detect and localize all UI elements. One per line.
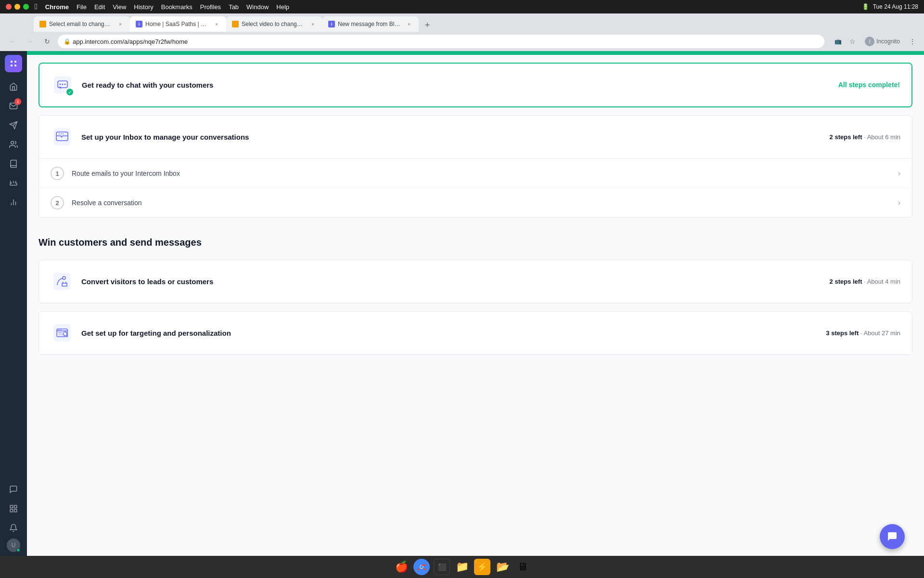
tab-2[interactable]: i Home | SaaS Paths | Intercom × bbox=[130, 16, 226, 32]
tab-3[interactable]: Select video to change | Djang... × bbox=[226, 16, 322, 32]
inbox-icon bbox=[9, 179, 18, 187]
online-indicator bbox=[16, 548, 20, 552]
sidebar-item-notifications[interactable] bbox=[5, 519, 22, 537]
tab-1-close[interactable]: × bbox=[116, 20, 124, 28]
menu-window[interactable]: Window bbox=[246, 3, 269, 11]
inbox-card-title: Set up your Inbox to manage your convers… bbox=[81, 133, 822, 141]
sidebar-item-home[interactable] bbox=[5, 78, 22, 95]
sidebar-item-outbound[interactable] bbox=[5, 117, 22, 134]
traffic-lights[interactable] bbox=[6, 4, 29, 10]
dock-chrome[interactable] bbox=[413, 559, 430, 575]
macos-menubar:  Chrome File Edit View History Bookmark… bbox=[0, 0, 924, 13]
dock-display[interactable]: 🖥 bbox=[514, 559, 531, 575]
sidebar-item-reports[interactable] bbox=[5, 194, 22, 211]
reports-icon bbox=[9, 198, 18, 207]
svg-rect-8 bbox=[10, 505, 13, 508]
dock-folder[interactable]: 📂 bbox=[494, 559, 511, 575]
tab-4[interactable]: i New message from Blue Helic... × bbox=[322, 16, 419, 32]
svg-point-21 bbox=[63, 133, 64, 134]
sidebar-item-knowledge[interactable] bbox=[5, 155, 22, 172]
sidebar-item-inbox[interactable] bbox=[5, 174, 22, 192]
notifications-icon bbox=[9, 524, 18, 532]
targeting-card-icon bbox=[51, 321, 74, 344]
menu-help[interactable]: Help bbox=[276, 3, 289, 11]
sidebar-item-messages[interactable]: 1 bbox=[5, 97, 22, 115]
menu-tab[interactable]: Tab bbox=[229, 3, 239, 11]
profile-icon[interactable]: I Incognito bbox=[861, 36, 904, 47]
url-bar[interactable]: 🔒 app.intercom.com/a/apps/nqe7r2fw/home bbox=[58, 35, 824, 48]
menu-profiles[interactable]: Profiles bbox=[200, 3, 221, 11]
svg-point-28 bbox=[59, 329, 60, 330]
tab-1[interactable]: Select email to change | Djang... × bbox=[34, 16, 130, 32]
svg-point-36 bbox=[420, 565, 423, 568]
sidebar-item-apps[interactable] bbox=[5, 500, 22, 517]
inbox-step-1[interactable]: 1 Route emails to your Intercom Inbox › bbox=[39, 158, 912, 188]
tab-3-title: Select video to change | Djang... bbox=[242, 21, 304, 27]
section-heading: Win customers and send messages bbox=[27, 225, 924, 252]
dock-files[interactable]: 📁 bbox=[454, 559, 470, 575]
menu-bookmarks[interactable]: Bookmarks bbox=[161, 3, 192, 11]
user-avatar[interactable]: U bbox=[7, 539, 20, 552]
tab-4-favicon: i bbox=[328, 21, 335, 27]
menu-history[interactable]: History bbox=[134, 3, 153, 11]
apple-icon[interactable]:  bbox=[35, 2, 38, 11]
menu-view[interactable]: View bbox=[113, 3, 126, 11]
minimize-button[interactable] bbox=[14, 4, 20, 10]
convert-visitors-icon bbox=[53, 273, 71, 290]
chat-fab-icon bbox=[886, 531, 898, 542]
completed-check-badge: ✓ bbox=[65, 88, 74, 96]
menu-bar: Chrome File Edit View History Bookmarks … bbox=[45, 3, 289, 11]
step-2-arrow: › bbox=[898, 198, 900, 207]
sidebar-logo[interactable] bbox=[5, 55, 22, 72]
targeting-personalization-icon bbox=[53, 324, 71, 342]
forward-button[interactable]: → bbox=[23, 35, 37, 48]
convert-card-header[interactable]: Convert visitors to leads or customers 2… bbox=[39, 260, 912, 303]
completed-card: ✓ Get ready to chat with your customers … bbox=[38, 63, 912, 107]
maximize-button[interactable] bbox=[23, 4, 29, 10]
avatar-initials: U bbox=[12, 542, 16, 549]
sidebar-item-chat-bubbles[interactable] bbox=[5, 481, 22, 498]
menu-file[interactable]: File bbox=[77, 3, 87, 11]
sidebar-item-contacts[interactable] bbox=[5, 136, 22, 153]
tab-2-close[interactable]: × bbox=[213, 20, 220, 28]
svg-point-16 bbox=[64, 84, 66, 85]
svg-point-19 bbox=[59, 133, 60, 134]
dock-lightning[interactable]: ⚡ bbox=[474, 559, 490, 575]
url-text: app.intercom.com/a/apps/nqe7r2fw/home bbox=[73, 38, 188, 45]
inbox-card-header[interactable]: Set up your Inbox to manage your convers… bbox=[39, 116, 912, 158]
tab-bar: Select email to change | Djang... × i Ho… bbox=[0, 13, 924, 32]
convert-card-title: Convert visitors to leads or customers bbox=[81, 277, 822, 286]
inbox-setup-icon bbox=[53, 128, 71, 145]
targeting-card-header[interactable]: Get set up for targeting and personaliza… bbox=[39, 312, 912, 355]
svg-rect-30 bbox=[58, 332, 62, 333]
inbox-step-2[interactable]: 2 Resolve a conversation › bbox=[39, 188, 912, 217]
svg-point-29 bbox=[61, 329, 62, 330]
convert-card: Convert visitors to leads or customers 2… bbox=[38, 260, 912, 303]
step-1-number: 1 bbox=[51, 167, 64, 180]
chat-fab-button[interactable] bbox=[880, 524, 905, 549]
menu-edit[interactable]: Edit bbox=[94, 3, 105, 11]
svg-rect-10 bbox=[14, 510, 17, 512]
knowledge-icon bbox=[9, 159, 18, 168]
tab-4-close[interactable]: × bbox=[405, 20, 413, 28]
dock-terminal[interactable]: ⬛ bbox=[434, 559, 450, 575]
more-icon[interactable]: ⋮ bbox=[907, 36, 918, 47]
incognito-label: Incognito bbox=[876, 38, 900, 45]
reload-button[interactable]: ↻ bbox=[40, 35, 54, 48]
dock-finder[interactable]: 🍎 bbox=[393, 559, 410, 575]
bookmark-icon[interactable]: ☆ bbox=[847, 36, 858, 47]
cast-icon[interactable]: 📺 bbox=[832, 36, 844, 47]
inbox-card: Set up your Inbox to manage your convers… bbox=[38, 115, 912, 218]
completed-card-header[interactable]: ✓ Get ready to chat with your customers … bbox=[39, 64, 911, 106]
tab-2-favicon: i bbox=[136, 21, 142, 27]
chrome-icon bbox=[416, 562, 427, 572]
svg-point-27 bbox=[58, 329, 59, 330]
completed-card-status: All steps complete! bbox=[838, 81, 900, 89]
menu-chrome[interactable]: Chrome bbox=[45, 3, 69, 11]
tab-3-close[interactable]: × bbox=[309, 20, 317, 28]
new-tab-button[interactable]: + bbox=[421, 18, 434, 32]
completed-card-title: Get ready to chat with your customers bbox=[82, 81, 831, 89]
battery-icon: 🔋 bbox=[862, 3, 869, 10]
close-button[interactable] bbox=[6, 4, 12, 10]
back-button[interactable]: ← bbox=[6, 35, 19, 48]
